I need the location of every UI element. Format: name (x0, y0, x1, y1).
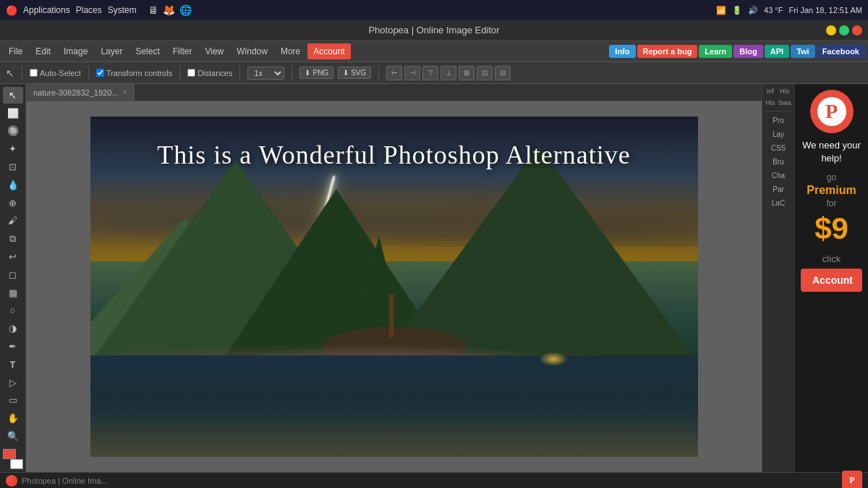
nav-twi-button[interactable]: Twi (791, 45, 815, 58)
panel-item-pro[interactable]: Pro (764, 114, 793, 127)
align-bottom-button[interactable]: ⊡ (477, 66, 493, 80)
status-bar: 🔴 Photopea | Online Ima... P (0, 472, 868, 488)
ad-for-text: for (826, 198, 836, 209)
download-icon: ⬇ (305, 69, 310, 77)
status-app-title: Photopea | Online Ima... (22, 476, 107, 485)
menu-select[interactable]: Select (129, 43, 165, 59)
nav-blog-button[interactable]: Blog (733, 45, 762, 58)
ad-price: $9 (814, 211, 848, 246)
history-brush-tool[interactable]: ↩ (3, 248, 23, 265)
menu-edit[interactable]: Edit (30, 43, 56, 59)
canvas-area: nature-3082832_1920... × (26, 84, 762, 472)
minimize-button[interactable] (826, 25, 836, 35)
panel-tab-inf[interactable]: Inf (764, 86, 776, 97)
transform-controls-label: Transform controls (106, 69, 172, 77)
browser-icon-chrome: 🌐 (179, 4, 192, 16)
crop-tool[interactable]: ⊡ (3, 159, 23, 175)
nav-learn-button[interactable]: Learn (699, 45, 732, 58)
nav-bug-button[interactable]: Report a bug (637, 45, 698, 58)
color-swatches[interactable] (3, 449, 23, 469)
distances-checkbox-group[interactable]: Distances (187, 69, 232, 77)
ad-click-text: click (822, 253, 841, 264)
text-tool[interactable]: T (3, 356, 23, 373)
eyedropper-tool[interactable]: 💧 (3, 177, 23, 193)
export-svg-button[interactable]: ⬇ SVG (338, 67, 371, 79)
zoom-tool[interactable]: 🔍 (3, 428, 23, 445)
menu-image[interactable]: Image (58, 43, 93, 59)
system-bar: 🔴 Applications Places System 🖥 🦊 🌐 📶 🔋 🔊… (0, 0, 868, 20)
lasso-tool[interactable]: 🔘 (3, 123, 23, 140)
move-tool[interactable]: ↖ (3, 87, 23, 104)
tab-filename: nature-3082832_1920... (33, 88, 118, 97)
panel-item-par[interactable]: Par (764, 183, 793, 195)
distribute-button[interactable]: ⊟ (495, 66, 511, 80)
network-icon: 📶 (716, 6, 726, 15)
brush-tool[interactable]: 🖌 (3, 213, 23, 230)
hand-tool[interactable]: ✋ (3, 410, 23, 426)
distances-checkbox[interactable] (187, 69, 195, 77)
menu-more[interactable]: More (275, 43, 306, 59)
title-bar: Photopea | Online Image Editor (0, 20, 868, 41)
close-button[interactable] (852, 25, 862, 35)
align-center-v-button[interactable]: ⊣ (404, 66, 420, 80)
align-top-button[interactable]: ⊥ (441, 66, 456, 80)
menu-view[interactable]: View (199, 43, 229, 59)
main-layout: ↖ ⬜ 🔘 ✦ ⊡ 💧 ⊕ 🖌 ⧉ ↩ ◻ ▦ ○ ◑ ✒ T ▷ ▭ ✋ 🔍 … (0, 84, 868, 472)
zoom-select[interactable]: 1x 2x 0.5x (247, 67, 284, 80)
pen-tool[interactable]: ✒ (3, 338, 23, 355)
window-title: Photopea | Online Image Editor (368, 25, 499, 35)
shape-tool[interactable]: ▭ (3, 392, 23, 409)
panel-item-lay[interactable]: Lay (764, 128, 793, 140)
menu-account[interactable]: Account (307, 43, 350, 59)
export-png-button[interactable]: ⬇ PNG (299, 67, 333, 79)
gradient-tool[interactable]: ▦ (3, 285, 23, 301)
status-pp-icon: P (842, 471, 862, 489)
eraser-tool[interactable]: ◻ (3, 266, 23, 283)
spot-heal-tool[interactable]: ⊕ (3, 195, 23, 211)
tab-close-button[interactable]: × (122, 88, 127, 96)
align-right-button[interactable]: ⊤ (422, 66, 438, 80)
align-center-h-button[interactable]: ⊞ (459, 66, 475, 80)
nav-facebook-button[interactable]: Facebook (817, 45, 865, 58)
ad-logo-letter: P (825, 100, 838, 123)
panel-item-bru[interactable]: Bru (764, 156, 793, 168)
ad-account-button[interactable]: Account (801, 269, 862, 292)
download-svg-icon: ⬇ (343, 69, 349, 77)
maximize-button[interactable] (839, 25, 849, 35)
menu-file[interactable]: File (3, 43, 28, 59)
menu-bar: File Edit Image Layer Select Filter View… (0, 41, 868, 62)
transform-controls-checkbox-group[interactable]: Transform controls (96, 69, 172, 77)
magic-wand-tool[interactable]: ✦ (3, 140, 23, 157)
datetime-display: Fri Jan 18, 12:51 AM (789, 6, 863, 14)
auto-select-checkbox-group[interactable]: Auto-Select (30, 69, 81, 77)
panel-item-lac[interactable]: LaC (764, 197, 793, 209)
places-label[interactable]: Places (76, 5, 102, 15)
path-select-tool[interactable]: ▷ (3, 374, 23, 391)
blur-tool[interactable]: ○ (3, 303, 23, 319)
app-icon: 🔴 (6, 5, 17, 16)
auto-select-label: Auto-Select (40, 69, 81, 77)
applications-label[interactable]: Applications (23, 5, 70, 15)
menu-filter[interactable]: Filter (167, 43, 198, 59)
nav-api-button[interactable]: API (765, 45, 789, 58)
align-left-button[interactable]: ⊢ (386, 66, 402, 80)
panel-tab-his2[interactable]: His (777, 86, 793, 97)
transform-controls-checkbox[interactable] (96, 69, 104, 77)
menu-layer[interactable]: Layer (95, 43, 128, 59)
canvas-viewport[interactable]: This is a Wonderful Photoshop Alternativ… (26, 101, 762, 472)
temp-display: 43 °F (764, 6, 783, 14)
panel-item-css[interactable]: CSS (764, 142, 793, 154)
nav-info-button[interactable]: Info (609, 45, 635, 58)
system-label[interactable]: System (108, 5, 137, 15)
ad-go-text: go (827, 172, 836, 182)
panel-tab-his1[interactable]: His (764, 98, 776, 109)
ad-premium-label: Premium (807, 184, 856, 197)
document-tab[interactable]: nature-3082832_1920... × (26, 84, 135, 101)
dodge-tool[interactable]: ◑ (3, 320, 23, 337)
select-tool[interactable]: ⬜ (3, 105, 23, 122)
auto-select-checkbox[interactable] (30, 69, 38, 77)
menu-window[interactable]: Window (231, 43, 273, 59)
panel-item-cha[interactable]: Cha (764, 169, 793, 182)
panel-tab-swa[interactable]: Swa (777, 98, 793, 109)
clone-tool[interactable]: ⧉ (3, 230, 23, 247)
